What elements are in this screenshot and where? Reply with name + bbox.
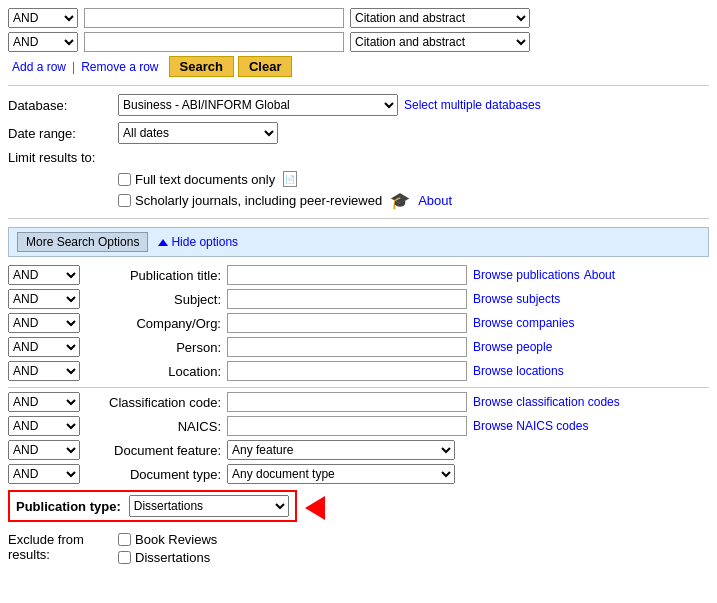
browse-subjects-link[interactable]: Browse subjects [473,292,560,306]
scholarly-about-link[interactable]: About [418,193,452,208]
adv-op-classification[interactable]: ANDORNOT [8,392,80,412]
adv-label-company: Company/Org: [86,316,221,331]
add-row-link[interactable]: Add a row [12,60,66,74]
row-controls: Add a row | Remove a row Search Clear [12,56,709,77]
browse-classification-link[interactable]: Browse classification codes [473,395,620,409]
adv-label-doc-type: Document type: [86,467,221,482]
date-range-label: Date range: [8,126,118,141]
adv-op-location[interactable]: ANDORNOT [8,361,80,381]
adv-input-publication[interactable] [227,265,467,285]
adv-row-classification: ANDORNOT Classification code: Browse cla… [8,392,709,412]
doc-type-select[interactable]: Any document type Article Book Conferenc… [227,464,455,484]
publication-type-row: Publication type: All Dissertations Jour… [8,490,297,522]
adv-op-doc-type[interactable]: ANDORNOT [8,464,80,484]
exclude-results-label: Exclude from results: [8,532,118,562]
advanced-section-2: ANDORNOT Classification code: Browse cla… [8,392,709,484]
arrow-right-icon [305,496,325,520]
full-text-row: Full text documents only 📄 [118,171,709,187]
adv-label-naics: NAICS: [86,419,221,434]
field-type-1[interactable]: Citation and abstract Abstract Title Aut… [350,8,530,28]
document-icon: 📄 [283,171,297,187]
browse-people-link[interactable]: Browse people [473,340,552,354]
browse-naics-links: Browse NAICS codes [473,419,588,433]
doc-feature-select[interactable]: Any feature Abstract Bibliography Charts… [227,440,455,460]
adv-input-subject[interactable] [227,289,467,309]
adv-input-person[interactable] [227,337,467,357]
adv-op-person[interactable]: ANDORNOT [8,337,80,357]
remove-row-link[interactable]: Remove a row [81,60,158,74]
search-row-2: ANDORNOT Citation and abstract Abstract … [8,32,709,52]
advanced-section-1: ANDORNOT Publication title: Browse publi… [8,265,709,381]
scholarly-checkbox[interactable] [118,194,131,207]
adv-input-location[interactable] [227,361,467,381]
exclude-dissertations-text: Dissertations [135,550,210,565]
database-row: Database: Business - ABI/INFORM Global P… [8,94,709,116]
publication-type-select[interactable]: All Dissertations Journals Newspapers Re… [129,495,289,517]
browse-publications-links: Browse publications About [473,268,615,282]
adv-op-company[interactable]: ANDORNOT [8,313,80,333]
divider-3 [8,387,709,388]
search-button[interactable]: Search [169,56,234,77]
exclude-results-section: Exclude from results: Book Reviews Disse… [8,532,709,565]
browse-locations-link[interactable]: Browse locations [473,364,564,378]
adv-label-classification: Classification code: [86,395,221,410]
adv-label-location: Location: [86,364,221,379]
field-type-2[interactable]: Citation and abstract Abstract Title Aut… [350,32,530,52]
exclude-dissertations-checkbox[interactable] [118,551,131,564]
adv-row-location: ANDORNOT Location: Browse locations [8,361,709,381]
more-options-button[interactable]: More Search Options [17,232,148,252]
adv-row-company: ANDORNOT Company/Org: Browse companies [8,313,709,333]
divider-1 [8,85,709,86]
exclude-book-reviews-label: Book Reviews [118,532,217,547]
operator-2[interactable]: ANDORNOT [8,32,78,52]
adv-input-naics[interactable] [227,416,467,436]
adv-label-subject: Subject: [86,292,221,307]
adv-op-publication[interactable]: ANDORNOT [8,265,80,285]
search-input-1[interactable] [84,8,344,28]
exclude-dissertations-label: Dissertations [118,550,217,565]
graduation-icon: 🎓 [390,191,410,210]
adv-input-company[interactable] [227,313,467,333]
hide-options-text: Hide options [171,235,238,249]
scholarly-row: Scholarly journals, including peer-revie… [118,191,709,210]
triangle-up-icon [158,239,168,246]
exclude-book-reviews-text: Book Reviews [135,532,217,547]
browse-publications-link[interactable]: Browse publications [473,268,580,282]
operator-1[interactable]: ANDORNOT [8,8,78,28]
scholarly-text: Scholarly journals, including peer-revie… [135,193,382,208]
select-multiple-databases-link[interactable]: Select multiple databases [404,98,541,112]
full-text-label: Full text documents only 📄 [118,171,297,187]
adv-label-doc-feature: Document feature: [86,443,221,458]
browse-companies-links: Browse companies [473,316,574,330]
browse-subjects-links: Browse subjects [473,292,560,306]
database-label: Database: [8,98,118,113]
adv-op-naics[interactable]: ANDORNOT [8,416,80,436]
browse-companies-link[interactable]: Browse companies [473,316,574,330]
browse-locations-links: Browse locations [473,364,564,378]
search-input-2[interactable] [84,32,344,52]
database-select[interactable]: Business - ABI/INFORM Global ProQuest Ce… [118,94,398,116]
adv-row-publication-title: ANDORNOT Publication title: Browse publi… [8,265,709,285]
publication-type-section: Publication type: All Dissertations Jour… [8,490,709,526]
adv-input-classification[interactable] [227,392,467,412]
clear-button[interactable]: Clear [238,56,293,77]
adv-label-person: Person: [86,340,221,355]
exclude-results-items: Book Reviews Dissertations [118,532,217,565]
adv-row-naics: ANDORNOT NAICS: Browse NAICS codes [8,416,709,436]
hide-options-link[interactable]: Hide options [158,235,238,249]
date-range-row: Date range: All dates Last year Last 5 y… [8,122,709,144]
about-publications-link[interactable]: About [584,268,615,282]
browse-people-links: Browse people [473,340,552,354]
full-text-checkbox[interactable] [118,173,131,186]
more-options-bar: More Search Options Hide options [8,227,709,257]
limit-results-label: Limit results to: [8,150,118,165]
adv-op-subject[interactable]: ANDORNOT [8,289,80,309]
browse-naics-link[interactable]: Browse NAICS codes [473,419,588,433]
adv-label-publication: Publication title: [86,268,221,283]
exclude-book-reviews-checkbox[interactable] [118,533,131,546]
publication-type-label: Publication type: [16,499,121,514]
date-range-select[interactable]: All dates Last year Last 5 years [118,122,278,144]
adv-op-doc-feature[interactable]: ANDORNOT [8,440,80,460]
limit-label-row: Limit results to: [8,150,709,165]
search-row-1: ANDORNOT Citation and abstract Abstract … [8,8,709,28]
